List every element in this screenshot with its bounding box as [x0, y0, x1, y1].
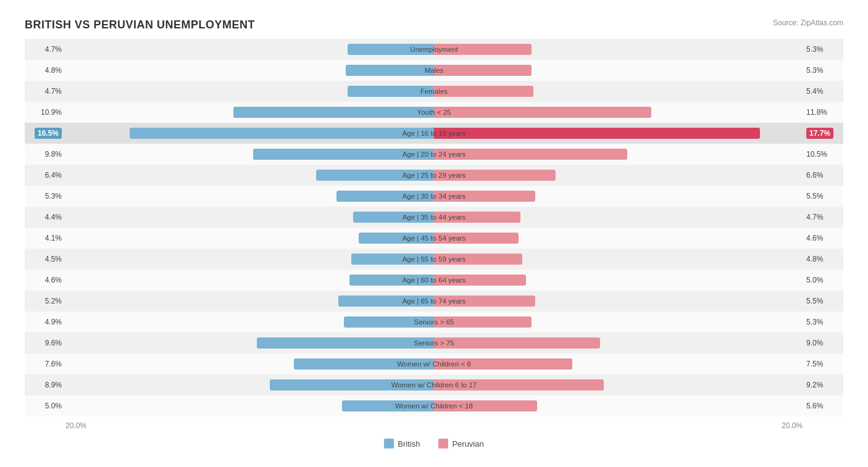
bars-container: Women w/ Children 6 to 17 — [65, 377, 803, 393]
bar-pink — [434, 212, 520, 223]
bar-pink — [434, 65, 532, 76]
table-row: 5.3%Age | 30 to 34 years5.5% — [25, 186, 843, 207]
left-bar-wrap — [65, 230, 434, 246]
right-bar-wrap — [434, 83, 803, 99]
right-bar-wrap — [434, 314, 803, 330]
right-bar-wrap — [434, 293, 803, 309]
bar-pink — [434, 275, 526, 286]
value-right: 4.6% — [803, 234, 840, 242]
bars-container: Age | 30 to 34 years — [65, 188, 803, 204]
bar-pink — [434, 44, 532, 55]
chart-container: BRITISH VS PERUVIAN UNEMPLOYMENT Source:… — [12, 12, 856, 461]
value-right: 4.7% — [803, 213, 840, 221]
bar-pink — [434, 128, 760, 139]
left-bar-wrap — [65, 398, 434, 414]
chart-header: BRITISH VS PERUVIAN UNEMPLOYMENT Source:… — [25, 19, 843, 31]
value-left: 4.5% — [28, 255, 65, 263]
value-right: 4.8% — [803, 255, 840, 263]
value-left: 5.0% — [28, 402, 65, 410]
left-bar-wrap — [65, 188, 434, 204]
bar-blue — [344, 316, 434, 328]
value-left: 9.6% — [28, 339, 65, 347]
left-bar-wrap — [65, 272, 434, 288]
value-left: 4.6% — [28, 276, 65, 284]
bars-container: Males — [65, 62, 803, 78]
value-right: 11.8% — [803, 108, 840, 117]
bars-container: Age | 55 to 59 years — [65, 251, 803, 267]
bars-container: Age | 45 to 54 years — [65, 230, 803, 246]
legend-item: Peruvian — [438, 439, 483, 448]
bar-pink — [434, 379, 604, 391]
value-left: 8.9% — [28, 381, 65, 389]
table-row: 4.4%Age | 35 to 44 years4.7% — [25, 207, 843, 228]
right-bar-wrap — [434, 251, 803, 267]
bar-pink — [434, 254, 522, 265]
bars-container: Age | 60 to 64 years — [65, 272, 803, 288]
bars-container: Seniors > 75 — [65, 335, 803, 351]
table-row: 4.7%Unemployment5.3% — [25, 39, 843, 60]
bar-blue — [359, 233, 434, 244]
bar-pink — [434, 233, 519, 244]
value-left: 9.8% — [28, 150, 65, 159]
bar-pink — [434, 295, 535, 307]
bar-pink — [434, 107, 651, 118]
value-right: 9.2% — [803, 381, 840, 389]
value-right: 5.3% — [803, 318, 840, 326]
legend-label: Peruvian — [452, 439, 483, 448]
bar-blue — [351, 254, 434, 265]
value-left: 10.9% — [28, 108, 65, 117]
bar-blue — [348, 44, 434, 55]
right-bar-wrap — [434, 209, 803, 225]
bar-pink — [434, 337, 600, 349]
value-left: 4.1% — [28, 234, 65, 242]
bar-blue — [257, 337, 434, 349]
bar-pink — [434, 149, 627, 160]
value-right: 5.5% — [803, 297, 840, 305]
table-row: 5.0%Women w/ Children < 185.6% — [25, 395, 843, 416]
value-left: 4.7% — [28, 45, 65, 54]
right-bar-wrap — [434, 167, 803, 183]
value-right: 5.4% — [803, 87, 840, 96]
left-bar-wrap — [65, 167, 434, 183]
table-row: 4.5%Age | 55 to 59 years4.8% — [25, 249, 843, 270]
bar-pink — [434, 170, 556, 181]
right-bar-wrap — [434, 230, 803, 246]
left-bar-wrap — [65, 356, 434, 372]
value-right: 5.3% — [803, 66, 840, 75]
value-right: 5.3% — [803, 45, 840, 54]
right-bar-wrap — [434, 125, 803, 141]
table-row: 6.4%Age | 25 to 29 years6.6% — [25, 165, 843, 186]
left-bar-wrap — [65, 125, 434, 141]
axis-right: 20.0% — [782, 421, 803, 430]
value-right: 17.7% — [803, 129, 840, 138]
bars-container: Women w/ Children < 6 — [65, 356, 803, 372]
right-bar-wrap — [434, 104, 803, 120]
right-bar-wrap — [434, 272, 803, 288]
value-left: 4.7% — [28, 87, 65, 96]
table-row: 9.8%Age | 20 to 24 years10.5% — [25, 144, 843, 165]
value-right: 5.6% — [803, 402, 840, 410]
table-row: 7.6%Women w/ Children < 67.5% — [25, 353, 843, 374]
bars-container: Age | 20 to 24 years — [65, 146, 803, 162]
bars-container: Females — [65, 83, 803, 99]
left-bar-wrap — [65, 41, 434, 57]
value-left: 4.8% — [28, 66, 65, 75]
bar-blue — [294, 358, 434, 370]
bars-container: Age | 16 to 19 years — [65, 125, 803, 141]
table-row: 4.9%Seniors > 655.3% — [25, 312, 843, 333]
bar-blue — [342, 400, 434, 411]
right-bar-wrap — [434, 146, 803, 162]
bars-container: Seniors > 65 — [65, 314, 803, 330]
bar-blue — [270, 379, 434, 391]
bars-container: Age | 25 to 29 years — [65, 167, 803, 183]
legend-color-box — [438, 439, 448, 448]
table-row: 16.5%Age | 16 to 19 years17.7% — [25, 123, 843, 144]
bar-pink — [434, 86, 533, 97]
bar-pink — [434, 191, 535, 202]
left-bar-wrap — [65, 314, 434, 330]
bar-blue — [353, 212, 434, 223]
value-left: 5.3% — [28, 192, 65, 200]
bars-container: Age | 65 to 74 years — [65, 293, 803, 309]
table-row: 9.6%Seniors > 759.0% — [25, 333, 843, 353]
right-bar-wrap — [434, 398, 803, 414]
